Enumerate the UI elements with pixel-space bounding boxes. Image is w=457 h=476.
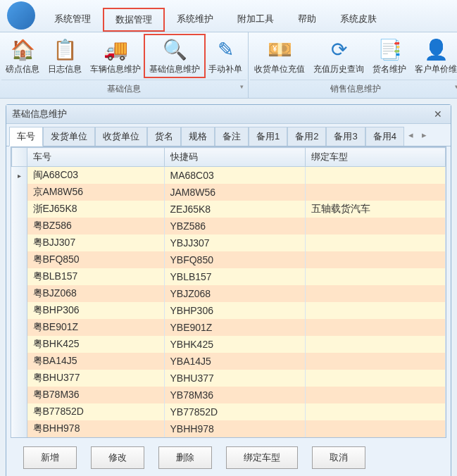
cell[interactable]: 粤BHP306 (27, 302, 164, 319)
ribbon-btn-0-0[interactable]: 🏠磅点信息 (1, 35, 44, 77)
cell[interactable]: 浙EJ65K8 (27, 201, 164, 218)
tab-4[interactable]: 规格 (181, 127, 215, 146)
tab-9[interactable]: 备用4 (365, 127, 404, 146)
table-row[interactable]: 粤BHU377YBHU377 (12, 370, 446, 387)
cell[interactable]: MA68C03 (164, 167, 305, 184)
column-header-0[interactable]: 车号 (27, 148, 164, 167)
cell[interactable]: YBA14J5 (164, 353, 305, 370)
add-button[interactable]: 新增 (23, 446, 77, 469)
ribbon-btn-0-4[interactable]: ✎手动补单 (204, 35, 246, 77)
cancel-button[interactable]: 取消 (312, 446, 365, 469)
data-grid[interactable]: 车号快捷码绑定车型 ▸闽A68C03MA68C03京AM8W56JAM8W56浙… (11, 147, 446, 437)
menu-item-0[interactable]: 系统管理 (42, 8, 103, 32)
ribbon-btn-0-3[interactable]: 🔍基础信息维护 (144, 34, 206, 78)
ribbon-btn-1-1[interactable]: ⟳充值历史查询 (309, 35, 368, 77)
column-header-2[interactable]: 绑定车型 (305, 148, 446, 167)
cell[interactable]: 粤B78M36 (27, 387, 164, 403)
cell[interactable]: YBJJ307 (164, 234, 305, 251)
ribbon-btn-1-2[interactable]: 📑货名维护 (368, 35, 411, 77)
table-row[interactable]: 粤BJJ307YBJJ307 (12, 234, 446, 251)
table-row[interactable]: ▸闽A68C03MA68C03 (12, 167, 446, 184)
cell[interactable]: YBFQ850 (164, 251, 305, 268)
cell[interactable]: YBZ586 (164, 218, 305, 234)
cell[interactable] (305, 184, 446, 201)
ribbon-btn-0-1[interactable]: 📋日志信息 (44, 35, 86, 77)
cell[interactable]: 粤BJZ068 (27, 285, 164, 302)
cell[interactable] (305, 403, 446, 420)
cell[interactable] (305, 302, 446, 319)
table-row[interactable]: 粤BLB157YBLB157 (12, 268, 446, 285)
tab-2[interactable]: 收货单位 (95, 127, 147, 146)
cell[interactable]: 五轴载货汽车 (305, 201, 446, 218)
cell[interactable]: 粤BA14J5 (27, 353, 164, 370)
table-row[interactable]: 粤BHH978YBHH978 (12, 420, 446, 437)
table-row[interactable]: 京AM8W56JAM8W56 (12, 184, 446, 201)
bind-vehicle-button[interactable]: 绑定车型 (226, 446, 298, 469)
table-row[interactable]: 浙EJ65K8ZEJ65K8五轴载货汽车 (12, 201, 446, 218)
cell[interactable]: YBLB157 (164, 268, 305, 285)
cell[interactable]: JAM8W56 (164, 184, 305, 201)
cell[interactable] (305, 268, 446, 285)
delete-button[interactable]: 删除 (158, 446, 212, 469)
tab-0[interactable]: 车号 (9, 127, 43, 146)
ribbon-btn-1-3[interactable]: 👤客户单价维 (411, 35, 457, 77)
tab-1[interactable]: 发货单位 (43, 127, 95, 146)
tab-nav-right-icon[interactable]: ▸ (418, 127, 431, 146)
menu-item-5[interactable]: 系统皮肤 (328, 8, 389, 32)
ribbon-btn-0-2[interactable]: 🚚车辆信息维护 (86, 35, 145, 77)
tab-nav-left-icon[interactable]: ◂ (404, 127, 418, 146)
cell[interactable] (305, 218, 446, 234)
cell[interactable]: 粤BHU377 (27, 370, 164, 387)
cell[interactable]: YB77852D (164, 403, 305, 420)
cell[interactable]: YBE901Z (164, 319, 305, 336)
tab-6[interactable]: 备用1 (249, 127, 287, 146)
menu-item-3[interactable]: 附加工具 (225, 8, 286, 32)
cell[interactable] (305, 167, 446, 184)
cell[interactable]: 粤B77852D (27, 403, 164, 420)
cell[interactable]: 粤BLB157 (27, 268, 164, 285)
ribbon-btn-1-0[interactable]: 💴收货单位充值 (250, 35, 309, 77)
cell[interactable] (305, 370, 446, 387)
table-row[interactable]: 粤BFQ850YBFQ850 (12, 251, 446, 268)
cell[interactable]: YBHP306 (164, 302, 305, 319)
menu-item-2[interactable]: 系统维护 (165, 8, 225, 32)
cell[interactable]: 粤BJJ307 (27, 234, 164, 251)
table-row[interactable]: 粤BJZ068YBJZ068 (12, 285, 446, 302)
table-row[interactable]: 粤B78M36YB78M36 (12, 387, 446, 403)
edit-button[interactable]: 修改 (91, 446, 144, 469)
cell[interactable]: 京AM8W56 (27, 184, 164, 201)
cell[interactable] (305, 336, 446, 353)
menu-item-1[interactable]: 数据管理 (103, 8, 165, 32)
cell[interactable] (305, 319, 446, 336)
cell[interactable]: 粤BZ586 (27, 218, 164, 234)
close-icon[interactable]: ✕ (431, 108, 445, 120)
column-header-1[interactable]: 快捷码 (164, 148, 305, 167)
table-row[interactable]: 粤BE901ZYBE901Z (12, 319, 446, 336)
cell[interactable] (305, 234, 446, 251)
cell[interactable] (305, 285, 446, 302)
menu-item-4[interactable]: 帮助 (286, 8, 328, 32)
cell[interactable]: 粤BE901Z (27, 319, 164, 336)
table-row[interactable]: 粤BHK425YBHK425 (12, 336, 446, 353)
table-row[interactable]: 粤BZ586YBZ586 (12, 218, 446, 234)
cell[interactable]: ZEJ65K8 (164, 201, 305, 218)
table-row[interactable]: 粤BHP306YBHP306 (12, 302, 446, 319)
cell[interactable]: YBHU377 (164, 370, 305, 387)
cell[interactable] (305, 353, 446, 370)
tab-3[interactable]: 货名 (147, 127, 181, 146)
cell[interactable] (305, 387, 446, 403)
cell[interactable]: 闽A68C03 (27, 167, 164, 184)
cell[interactable]: 粤BHK425 (27, 336, 164, 353)
cell[interactable]: YBHK425 (164, 336, 305, 353)
cell[interactable]: YBJZ068 (164, 285, 305, 302)
tab-8[interactable]: 备用3 (326, 127, 365, 146)
cell[interactable] (305, 251, 446, 268)
cell[interactable]: YBHH978 (164, 420, 305, 437)
cell[interactable]: 粤BFQ850 (27, 251, 164, 268)
tab-7[interactable]: 备用2 (287, 127, 326, 146)
table-row[interactable]: 粤BA14J5YBA14J5 (12, 353, 446, 370)
tab-5[interactable]: 备注 (215, 127, 249, 146)
cell[interactable]: 粤BHH978 (27, 420, 164, 437)
cell[interactable]: YB78M36 (164, 387, 305, 403)
table-row[interactable]: 粤B77852DYB77852D (12, 403, 446, 420)
